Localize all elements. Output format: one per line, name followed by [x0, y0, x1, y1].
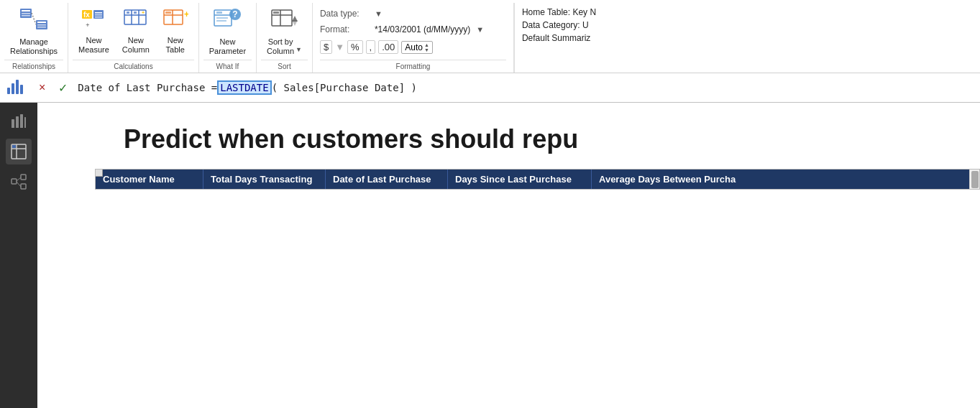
formula-bar: × ✓ Date of Last Purchase = LASTDATE ( S… [0, 73, 980, 103]
group-properties: Home Table: Key N Data Category: U Defau… [514, 3, 672, 73]
svg-rect-3 [22, 15, 30, 17]
new-measure-icon: fx + [81, 7, 106, 34]
comma-button[interactable]: , [366, 40, 376, 54]
data-type-dropdown-arrow[interactable]: ▼ [375, 9, 383, 18]
group-formatting: Data type: ▼ Format: *14/03/2001 (d/MM/y… [313, 3, 514, 73]
svg-rect-2 [22, 13, 30, 14]
svg-text:+: + [86, 22, 90, 29]
home-table-label: Home Table: Key N [522, 7, 596, 17]
sort-by-column-button[interactable]: Sort byColumn ▼ [261, 4, 308, 57]
new-table-button[interactable]: + NewTable [157, 4, 194, 56]
svg-rect-30 [216, 11, 222, 14]
spinner-arrows[interactable]: ▲▼ [424, 42, 429, 52]
data-type-label: Data type: [320, 9, 370, 19]
sort-by-column-label: Sort byColumn [267, 37, 294, 56]
format-dropdown-arrow[interactable]: ▼ [476, 25, 484, 34]
svg-rect-14 [95, 17, 102, 18]
svg-rect-5 [37, 22, 46, 23]
sidebar-data-view[interactable] [6, 139, 32, 164]
sidebar-model-view[interactable] [6, 169, 32, 195]
manage-relationships-icon [19, 7, 48, 35]
group-whatif-label: What If [203, 60, 252, 73]
group-calculations: fx + NewMeasure [68, 3, 199, 73]
svg-text:+: + [184, 9, 188, 19]
svg-rect-53 [21, 184, 26, 189]
percent-button[interactable]: % [347, 40, 363, 54]
new-column-label: NewColumn [122, 36, 150, 55]
decimal-button[interactable]: .00 [378, 40, 398, 54]
auto-spinner[interactable]: Auto ▲▼ [401, 41, 433, 54]
svg-line-54 [17, 177, 21, 181]
new-column-button[interactable]: + NewColumn [116, 4, 155, 56]
col-avg-days: Average Days Between Purcha [592, 170, 743, 189]
svg-text:fx: fx [83, 11, 90, 19]
group-calculations-items: fx + NewMeasure [73, 4, 194, 58]
svg-line-8 [32, 13, 36, 24]
group-sort: Sort byColumn ▼ Sort [257, 3, 313, 73]
table-header-row: Customer Name Total Days Transacting Dat… [96, 170, 979, 189]
group-formatting-label: Formatting [320, 60, 506, 73]
svg-rect-52 [21, 175, 26, 180]
data-type-row: Data type: ▼ [320, 7, 506, 20]
formula-text: Date of Last Purchase = LASTDATE ( Sales… [78, 80, 417, 95]
formula-highlighted-function[interactable]: LASTDATE [217, 80, 271, 95]
chart-icon [6, 76, 26, 99]
new-parameter-icon: ? [213, 7, 242, 35]
svg-rect-6 [37, 24, 46, 26]
default-summarize-label: Default Summariz [522, 33, 590, 43]
svg-rect-13 [95, 14, 102, 16]
data-category-label: Data Category: U [522, 20, 589, 30]
currency-button[interactable]: $ [320, 40, 332, 54]
sort-dropdown-arrow: ▼ [296, 46, 302, 54]
sidebar-report-view[interactable] [6, 108, 32, 134]
manage-relationships-label: Manage Relationships [10, 37, 58, 56]
group-relationships: Manage Relationships Relationships [0, 3, 68, 73]
svg-rect-1 [22, 10, 30, 11]
left-sidebar [0, 103, 37, 408]
predict-title: Predict when customers should repu [124, 124, 951, 154]
col-total-days: Total Days Transacting [203, 170, 326, 189]
group-calculations-label: Calculations [73, 60, 194, 73]
svg-text:+: + [142, 10, 145, 15]
svg-rect-31 [216, 17, 228, 19]
home-table-row: Home Table: Key N [522, 6, 665, 19]
group-whatif-items: ? NewParameter [203, 4, 252, 58]
group-whatif: ? NewParameter What If [199, 3, 257, 73]
data-category-row: Data Category: U [522, 19, 665, 32]
svg-rect-21 [134, 11, 137, 14]
svg-text:?: ? [233, 9, 238, 19]
group-relationships-label: Relationships [4, 60, 63, 73]
svg-rect-45 [20, 114, 23, 128]
new-measure-label: NewMeasure [78, 36, 109, 55]
new-measure-button[interactable]: fx + NewMeasure [73, 4, 115, 56]
sort-by-column-icon [270, 7, 299, 35]
auto-label: Auto [405, 42, 423, 52]
svg-rect-44 [16, 116, 19, 128]
svg-rect-50 [12, 145, 16, 148]
new-parameter-button[interactable]: ? NewParameter [203, 4, 252, 57]
main-area: Predict when customers should repu Custo… [0, 103, 980, 408]
formula-suffix: ( Sales[Purchase Date] ) [272, 82, 417, 93]
svg-line-55 [17, 182, 21, 187]
new-table-label: NewTable [166, 36, 185, 55]
new-table-icon: + [162, 7, 188, 34]
svg-rect-43 [12, 119, 14, 128]
formula-confirm-button[interactable]: ✓ [55, 81, 70, 95]
group-sort-items: Sort byColumn ▼ [261, 4, 308, 58]
currency-row: $ ▼ % , .00 Auto ▲▼ [320, 39, 506, 55]
svg-rect-39 [7, 88, 10, 94]
new-column-icon: + [123, 7, 149, 34]
format-label: Format: [320, 24, 370, 34]
formula-prefix: Date of Last Purchase = [78, 82, 217, 93]
svg-rect-20 [127, 11, 129, 14]
svg-rect-42 [20, 85, 23, 94]
format-row: Format: *14/03/2001 (d/MM/yyyy) ▼ [320, 23, 506, 36]
content-body: Predict when customers should repu Custo… [37, 103, 980, 408]
group-sort-label: Sort [261, 60, 308, 73]
svg-rect-7 [37, 27, 46, 28]
group-relationships-items: Manage Relationships [4, 4, 63, 58]
svg-rect-40 [12, 83, 14, 94]
svg-rect-12 [95, 12, 102, 14]
manage-relationships-button[interactable]: Manage Relationships [4, 4, 63, 57]
formula-cancel-button[interactable]: × [36, 81, 48, 94]
